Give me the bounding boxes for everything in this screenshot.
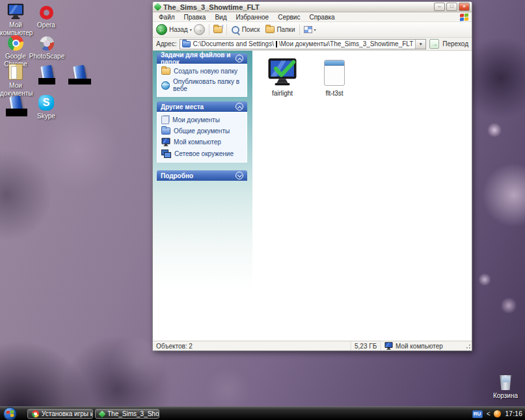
folders-button-label[interactable]: Папки [276,26,295,33]
task-publish-web[interactable]: Опубликовать папку в вебе [161,78,244,92]
place-label: Мой компьютер [174,138,221,146]
panel-details-header[interactable]: Подробно [157,170,247,181]
minimize-button[interactable]: – [434,3,445,11]
panel-details: Подробно [157,170,247,181]
file-fairlight[interactable]: fairlight [262,56,303,97]
menu-file[interactable]: Файл [154,13,180,21]
censored-label [38,78,55,85]
go-button-label[interactable]: Переход [442,40,468,47]
place-shared-documents[interactable]: Общие документы [161,127,244,135]
panel-other-places-header[interactable]: Другие места [157,101,247,112]
desktop-icon-censored-folder-1[interactable] [34,62,60,85]
task-label: Опубликовать папку в вебе [173,78,244,92]
censored-label [68,79,91,85]
file-name: flt-t3st [314,90,355,97]
blue-folder-icon [65,62,94,80]
chevron-up-icon[interactable] [236,103,243,111]
maximize-button[interactable]: □ [446,3,457,11]
toolbar-separator [226,24,227,35]
back-dropdown-icon[interactable]: ▾ [190,27,192,32]
back-button-label[interactable]: Назад [169,26,188,33]
title-bar[interactable]: The_Sims_3_Showtime_FLT – □ × [153,2,472,12]
desktop-icon-my-computer[interactable]: Мой компьютер [0,1,31,36]
chevron-down-icon[interactable] [236,172,243,179]
desktop-icon-my-documents[interactable]: Мои документы [0,62,31,97]
tray-app-icon[interactable] [494,410,501,417]
go-arrow-icon[interactable]: → [429,39,439,49]
desktop-icon-censored-folder-2[interactable] [65,62,94,85]
taskbar: Установка игры и ... The_Sims_3_Show... … [0,406,525,420]
taskbar-button-installer[interactable]: Установка игры и ... [27,409,93,419]
toolbar-separator [299,24,300,35]
status-object-count: Объектов: 2 [153,341,351,350]
status-free-space: 5,23 ГБ [351,341,381,350]
tray-collapse-chevron[interactable]: < [487,410,491,417]
censored-username [276,41,277,47]
desktop-icon-skype[interactable]: S Skype [31,92,61,120]
desktop-icon-photoscape[interactable]: PhotoScape [26,33,68,60]
panel-title: Другие места [161,103,204,111]
toolbar: ← Назад ▾ → ↑ Поиск Папки ▾ [153,22,472,38]
start-button[interactable] [3,407,17,420]
censored-label [6,109,27,116]
status-bar: Объектов: 2 5,23 ГБ Мой компьютер [153,341,472,350]
place-my-computer[interactable]: Мой компьютер [161,138,244,146]
views-dropdown-icon[interactable]: ▾ [314,27,316,32]
back-button-icon[interactable]: ← [156,24,167,35]
views-icon[interactable] [304,26,312,33]
file-name: fairlight [262,90,303,97]
opera-icon [32,1,61,20]
address-path-after: \Мои документы\The_Sims_3_Showtime_FLT [279,40,414,47]
desktop-icon-censored-folder-3[interactable] [0,92,31,117]
place-network[interactable]: Сетевое окружение [161,150,244,158]
toolbar-separator [209,24,209,35]
my-computer-icon [0,1,31,20]
panel-file-tasks-header[interactable]: Задачи для файлов и папок [157,53,247,64]
status-zone: Мой компьютер [381,341,464,350]
task-label: Установка игры и ... [42,410,93,417]
screen: Мой компьютер Opera Google Chrome PhotoS… [0,0,525,420]
task-create-folder[interactable]: Создать новую папку [161,68,244,75]
place-label: Сетевое окружение [174,150,234,157]
menu-tools[interactable]: Сервис [273,13,304,21]
up-folder-button[interactable]: ↑ [213,26,222,33]
address-input[interactable]: C:\Documents and Settings\\Мои документы… [180,39,426,49]
menu-help[interactable]: Справка [304,13,339,21]
windows-logo-icon [7,410,14,417]
window-icon [154,3,162,11]
language-indicator[interactable]: RU [472,410,483,418]
icon-label: Корзина [488,392,523,400]
window-title: The_Sims_3_Showtime_FLT [163,3,260,11]
menu-favorites[interactable]: Избранное [231,13,273,21]
clock: 17:16 [505,410,522,417]
search-button-label[interactable]: Поиск [242,26,260,33]
place-my-documents[interactable]: Мои документы [161,116,244,124]
resize-grip[interactable] [464,342,472,350]
desktop-icon-opera[interactable]: Opera [32,1,61,29]
menu-view[interactable]: Вид [210,13,231,21]
globe-icon [161,81,170,90]
windows-logo-icon [460,13,468,21]
sims-plumbob-icon [98,410,105,417]
file-list-area[interactable]: fairlight flt-t3st [252,51,472,341]
window-content: Задачи для файлов и папок Создать новую … [153,51,472,341]
photoscape-icon [26,33,68,51]
taskbar-button-sims-window[interactable]: The_Sims_3_Show... [95,409,159,419]
menu-edit[interactable]: Правка [180,13,211,21]
task-label: The_Sims_3_Show... [107,410,159,417]
address-folder-icon [182,41,191,47]
folders-icon[interactable] [265,26,275,33]
forward-button-icon[interactable]: → [194,24,205,35]
chevron-up-icon[interactable] [236,55,243,62]
up-arrow-icon: ↑ [221,23,224,30]
close-button[interactable]: × [459,3,470,11]
panel-title: Подробно [161,172,193,179]
file-flt-t3st[interactable]: flt-t3st [314,56,355,97]
icon-label: Skype [31,112,61,120]
address-dropdown-button[interactable]: ▼ [415,40,425,49]
skype-icon: S [31,92,61,111]
shared-folder-icon [161,127,170,135]
desktop-icon-recycle-bin[interactable]: Корзина [488,372,523,400]
search-icon[interactable] [231,25,240,34]
network-icon [161,150,171,158]
